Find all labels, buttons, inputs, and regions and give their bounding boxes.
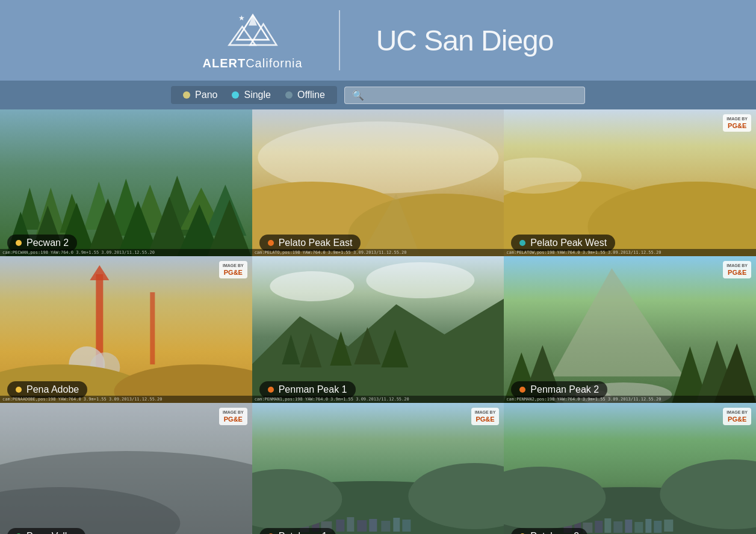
header: ★ ALERTCalifornia UC San Diego — [0, 0, 756, 81]
camera-pelato-west[interactable]: IMAGE BY PG&E Pelato Peak West cam:PELAT… — [504, 109, 756, 256]
pelato-west-telemetry: cam:PELATOW,pos:198 YAW:764.0 3.9m+1.55 … — [504, 249, 756, 256]
camera-penman1[interactable]: Penman Peak 1 cam:PENMAN1,pos:198 YAW:76… — [252, 256, 504, 403]
penn-valley-label: Penn Valley — [7, 528, 85, 534]
svg-point-40 — [270, 271, 354, 301]
pena-adobe-name: Pena Adobe — [26, 384, 79, 395]
camera-pelato-east[interactable]: Pelato Peak East cam:PELATO,pos:198 YAW:… — [252, 109, 504, 256]
penman1-status-dot — [268, 387, 274, 393]
header-divider — [339, 10, 340, 70]
single-dot — [232, 91, 239, 99]
camera-grid: Pecwan 2 cam:PECWAN,pos:198 YAW:764.0 3.… — [0, 109, 756, 534]
camera-petaluma2[interactable]: IMAGE BY PG&E Petaluma 2 cam:PETALUMA2,p… — [504, 403, 756, 534]
pena-adobe-badge: IMAGE BY PG&E — [219, 261, 247, 278]
mountain-icon: ★ — [226, 11, 280, 53]
penn-valley-badge: IMAGE BY PG&E — [219, 408, 247, 425]
pelato-west-badge: IMAGE BY PG&E — [723, 114, 751, 132]
penn-valley-name: Penn Valley — [26, 531, 77, 534]
filter-bar: Pano Single Offline 🔍 — [0, 81, 756, 109]
pecwan2-name: Pecwan 2 — [26, 238, 69, 248]
camera-pena-adobe[interactable]: IMAGE BY PG&E Pena Adobe cam:PENAADOBE,p… — [0, 256, 252, 403]
single-label: Single — [244, 90, 270, 100]
pelato-east-name: Pelato Peak East — [279, 238, 353, 248]
penman1-telemetry: cam:PENMAN1,pos:198 YAW:764.0 3.9m+1.55 … — [252, 396, 504, 403]
filter-offline[interactable]: Offline — [285, 90, 325, 100]
penman1-name: Penman Peak 1 — [279, 384, 347, 395]
search-icon: 🔍 — [352, 90, 364, 101]
camera-penman2[interactable]: IMAGE BY PG&E Penman Peak 2 cam:PENMAN2,… — [504, 256, 756, 403]
pena-adobe-status-dot — [16, 387, 22, 393]
pena-adobe-telemetry: cam:PENAADOBE,pos:198 YAW:764.0 3.9m+1.5… — [0, 396, 252, 403]
alert-california-logo: ★ ALERTCalifornia — [179, 5, 327, 76]
camera-pecwan2[interactable]: Pecwan 2 cam:PECWAN,pos:198 YAW:764.0 3.… — [0, 109, 252, 256]
petaluma2-overlay: Petaluma 2 — [504, 523, 756, 534]
petaluma1-overlay: Petaluma 1 — [252, 523, 504, 534]
pano-label: Pano — [195, 90, 217, 100]
petaluma1-label: Petaluma 1 — [259, 528, 336, 534]
svg-point-41 — [366, 262, 474, 298]
svg-rect-36 — [150, 292, 155, 364]
camera-petaluma1[interactable]: IMAGE BY PG&E Petaluma 1 cam:PETALUMA1,p… — [252, 403, 504, 534]
pecwan2-status-dot — [16, 240, 22, 246]
pelato-west-status-dot — [519, 240, 525, 246]
penn-valley-overlay: Penn Valley — [0, 523, 252, 534]
search-input[interactable] — [369, 90, 577, 100]
petaluma2-badge: IMAGE BY PG&E — [723, 408, 751, 425]
filter-pano[interactable]: Pano — [183, 90, 217, 100]
offline-label: Offline — [297, 90, 325, 100]
penman2-name: Penman Peak 2 — [530, 384, 599, 395]
pelato-west-name: Pelato Peak West — [530, 238, 607, 248]
pecwan2-telemetry: cam:PECWAN,pos:198 YAW:764.0 3.9m+1.55 3… — [0, 249, 252, 256]
penman2-status-dot — [519, 387, 525, 393]
alert-california-text: ALERTCalifornia — [203, 57, 303, 70]
petaluma2-name: Petaluma 2 — [530, 531, 579, 534]
search-box[interactable]: 🔍 — [344, 87, 585, 104]
penman2-badge: IMAGE BY PG&E — [723, 261, 751, 278]
pelato-east-status-dot — [268, 240, 274, 246]
penman2-telemetry: cam:PENMAN2,pos:198 YAW:764.0 3.9m+1.55 … — [504, 396, 756, 403]
petaluma1-badge: IMAGE BY PG&E — [471, 408, 500, 425]
filter-options: Pano Single Offline — [171, 86, 337, 104]
pelato-east-telemetry: cam:PELATO,pos:198 YAW:764.0 3.9m+1.55 3… — [252, 249, 504, 256]
offline-dot — [285, 91, 293, 99]
petaluma1-name: Petaluma 1 — [279, 531, 327, 534]
petaluma2-label: Petaluma 2 — [511, 528, 587, 534]
pano-dot — [183, 91, 190, 99]
svg-text:★: ★ — [238, 13, 244, 22]
ucsd-logo: UC San Diego — [352, 18, 578, 63]
camera-penn-valley[interactable]: IMAGE BY PG&E Penn Valley cam:PENNVALLEY… — [0, 403, 252, 534]
filter-single[interactable]: Single — [232, 90, 270, 100]
